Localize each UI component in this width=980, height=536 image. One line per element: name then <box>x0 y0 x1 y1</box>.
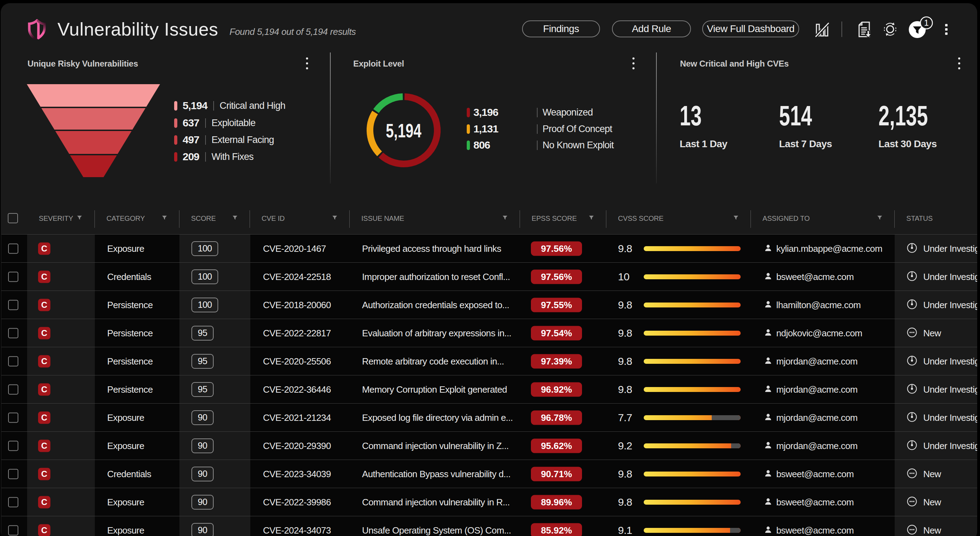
filter-button[interactable]: 1 <box>908 16 935 40</box>
ellipsis-circle-glyph <box>907 327 917 338</box>
column-header-cvss[interactable]: CVSS SCORE <box>618 214 663 222</box>
table-row[interactable]: CExposure90CVE-2024-34073Unsafe Operatin… <box>2 516 977 536</box>
assignee-cell: lhamilton@acme.com <box>776 299 861 310</box>
column-header-assigned[interactable]: ASSIGNED TO <box>762 214 810 222</box>
cvss-score-bar <box>644 274 741 279</box>
score-pill: 100 <box>191 241 218 256</box>
new-cves-panel-kebab[interactable] <box>954 56 964 71</box>
column-header-score[interactable]: SCORE <box>191 214 216 222</box>
row-checkbox[interactable] <box>8 300 18 310</box>
column-header-cve[interactable]: CVE ID <box>262 214 285 222</box>
column-header-category[interactable]: CATEGORY <box>107 214 145 222</box>
table-header: SEVERITYCATEGORYSCORECVE IDISSUE NAMEEPS… <box>1 202 977 234</box>
filter-icon-severity[interactable] <box>77 215 82 222</box>
findings-button[interactable]: Findings <box>522 21 600 37</box>
legend-label: No Known Exploit <box>542 140 614 151</box>
risk-funnel-chart <box>26 84 161 179</box>
cvss-score-value: 10 <box>618 271 629 283</box>
row-checkbox[interactable] <box>8 328 18 338</box>
issue-name-cell: Memory Corruption Exploit generated <box>362 384 507 395</box>
epss-score-badge: 97.55% <box>531 298 582 312</box>
category-cell: Exposure <box>107 243 144 254</box>
column-header-severity[interactable]: SEVERITY <box>39 214 73 222</box>
table-row[interactable]: CExposure90CVE-2021-21234Exposed log fil… <box>2 403 977 431</box>
view-full-dashboard-button[interactable]: View Full Dashboard <box>702 21 799 37</box>
sync-icon[interactable] <box>883 22 897 36</box>
legend-marker <box>467 141 470 150</box>
status-icon-investigating <box>907 243 917 255</box>
severity-badge-critical: C <box>38 299 51 311</box>
legend-separator <box>205 118 206 128</box>
table-row[interactable]: CExposure90CVE-2020-29390Command injecti… <box>2 431 977 460</box>
clock-glyph <box>907 299 917 309</box>
row-checkbox[interactable] <box>8 441 18 451</box>
table-row[interactable]: CPersistence95CVE-2022-22817Evaluation o… <box>2 319 977 347</box>
filter-icon-issue[interactable] <box>502 215 508 222</box>
legend-label: Critical and High <box>220 100 285 111</box>
category-cell: Exposure <box>107 440 144 451</box>
assignee-cell: bsweet@acme.com <box>776 525 854 536</box>
row-checkbox[interactable] <box>8 412 18 423</box>
chart-disabled-icon[interactable] <box>815 22 829 37</box>
epss-score-badge: 89.96% <box>531 495 582 509</box>
legend-separator <box>213 101 214 111</box>
funnel-filter-glyph <box>162 215 167 220</box>
person-icon <box>764 441 772 450</box>
column-header-status[interactable]: STATUS <box>906 214 933 222</box>
select-all-checkbox[interactable] <box>8 213 18 223</box>
score-pill: 100 <box>191 270 218 284</box>
row-checkbox[interactable] <box>8 384 18 395</box>
stat-label: Last 7 Days <box>779 138 832 150</box>
category-cell: Persistence <box>107 299 153 310</box>
column-header-epss[interactable]: EPSS SCORE <box>531 214 577 222</box>
category-cell: Exposure <box>107 496 144 507</box>
person-glyph <box>764 357 772 365</box>
row-checkbox[interactable] <box>8 469 18 479</box>
filter-icon-category[interactable] <box>162 215 167 222</box>
funnel-panel-kebab[interactable] <box>302 56 312 71</box>
row-checkbox[interactable] <box>8 271 18 282</box>
table-row[interactable]: CPersistence95CVE-2022-36446Memory Corru… <box>2 375 977 403</box>
panel-divider <box>656 52 657 184</box>
legend-label: Exploitable <box>212 117 255 128</box>
person-icon <box>764 328 772 338</box>
score-pill: 90 <box>191 466 214 481</box>
filter-icon-epss[interactable] <box>589 215 594 222</box>
table-row[interactable]: CExposure100CVE-2020-1467Privileged acce… <box>2 234 977 262</box>
legend-value: 497 <box>183 134 199 146</box>
table-row[interactable]: CExposure90CVE-2022-39986Command injecti… <box>2 488 977 516</box>
table-row[interactable]: CPersistence100CVE-2018-20060Authorizati… <box>2 290 977 319</box>
filter-icon-assigned[interactable] <box>877 215 882 222</box>
assignee-cell: bsweet@acme.com <box>776 271 854 282</box>
column-header-issue[interactable]: ISSUE NAME <box>361 214 404 222</box>
stat-value: 514 <box>779 102 812 130</box>
epss-score-badge: 97.39% <box>531 354 582 368</box>
column-separator <box>250 210 250 228</box>
filter-icon-cve[interactable] <box>332 215 337 222</box>
table-row[interactable]: CCredentials100CVE-2024-22518Improper au… <box>2 262 977 290</box>
row-checkbox[interactable] <box>8 243 18 254</box>
legend-marker <box>174 135 177 145</box>
toolbar-kebab-menu[interactable] <box>942 22 950 37</box>
filter-icon-cvss[interactable] <box>733 215 738 222</box>
legend-separator <box>537 141 538 150</box>
row-checkbox[interactable] <box>8 356 18 366</box>
legend-marker <box>467 124 470 134</box>
exploit-panel-kebab[interactable] <box>628 56 639 71</box>
filter-icon-score[interactable] <box>232 215 238 222</box>
row-checkbox[interactable] <box>8 525 18 535</box>
funnel-legend-item: 5,194Critical and High <box>174 98 285 113</box>
panel-divider <box>330 52 331 184</box>
export-report-icon[interactable] <box>855 21 873 39</box>
table-row[interactable]: CCredentials90CVE-2023-34039Authenticati… <box>2 460 977 488</box>
status-cell: Under Investigation <box>923 440 977 451</box>
legend-value: 5,194 <box>183 100 207 112</box>
table-row[interactable]: CPersistence95CVE-2020-25506Remote arbit… <box>2 347 977 375</box>
issue-name-cell: Command injection vulnerability in Z... <box>362 440 509 451</box>
status-icon-investigating <box>907 412 917 423</box>
ellipsis-circle-glyph <box>907 468 917 479</box>
status-icon-investigating <box>907 440 917 452</box>
add-rule-button[interactable]: Add Rule <box>612 21 691 37</box>
row-checkbox[interactable] <box>8 497 18 507</box>
cvss-bar-tail <box>731 443 741 448</box>
